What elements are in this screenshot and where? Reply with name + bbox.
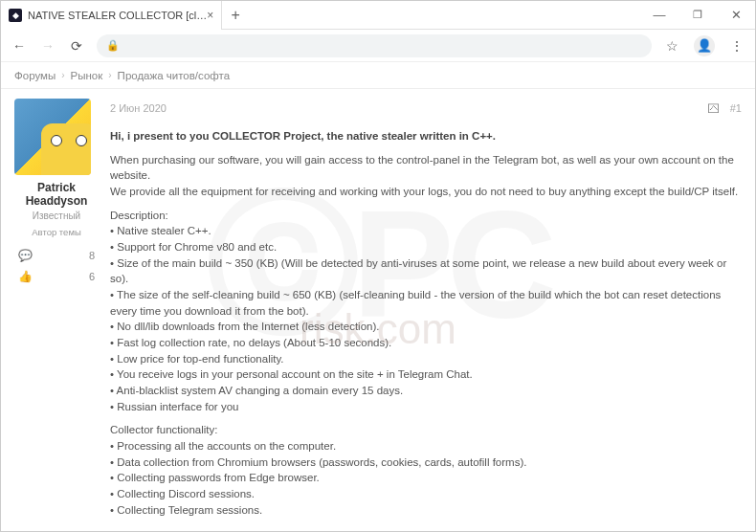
list-item: • Anti-blacklist system AV changing a do… (110, 383, 742, 399)
share-icon[interactable]: ⮹ (707, 99, 721, 119)
list-item: • You receive logs in your personal acco… (110, 366, 742, 383)
chevron-right-icon: › (61, 70, 64, 80)
stat-value: 8 (89, 250, 95, 261)
chat-icon: 💬 (18, 249, 33, 262)
back-icon[interactable]: ← (11, 38, 28, 54)
star-icon[interactable]: ☆ (663, 38, 680, 54)
content-area: Patrick Headdyson Известный Автор темы 💬… (1, 89, 755, 531)
restore-button[interactable]: ❐ (678, 1, 717, 29)
list-item: • Collecting Telegram sessions. (110, 502, 742, 519)
breadcrumb-market[interactable]: Рынок (71, 70, 103, 81)
list-item: • Size of the main build ~ 350 (KB) (Wil… (110, 255, 742, 287)
post-date: 2 Июн 2020 (110, 100, 167, 117)
post-text: We provide all the equipment for receivi… (110, 184, 742, 200)
address-bar[interactable]: 🔒 (97, 34, 652, 57)
list-item: • The size of the self-cleaning build ~ … (110, 287, 742, 319)
author-likes-stat: 👍 6 (14, 266, 99, 287)
list-item: • Data collection from Chromium browsers… (110, 454, 742, 471)
author-badge: Автор темы (14, 227, 99, 237)
list-item: • Collecting passwords from FileZilla (n… (110, 518, 742, 521)
list-item: • Russian interface for you (110, 399, 742, 415)
list-item: • Native stealer C++. (110, 223, 742, 239)
post-headline: Hi, i present to you COLLECTOR Project, … (110, 130, 496, 142)
post-text: When purchasing our software, you will g… (110, 152, 742, 184)
list-item: • Processing all the accounts on the com… (110, 438, 742, 454)
tab-close-icon[interactable]: × (207, 9, 213, 22)
author-rank: Известный (14, 211, 99, 221)
section-heading: Description: (110, 208, 742, 224)
close-button[interactable]: ✕ (717, 1, 755, 29)
tab-title: NATIVE STEALER COLLECTOR [cl… (28, 10, 207, 21)
browser-toolbar: ← → ⟳ 🔒 ☆ 👤 ⋮ (1, 30, 755, 62)
author-posts-stat: 💬 8 (14, 245, 99, 266)
author-name[interactable]: Patrick Headdyson (14, 181, 99, 209)
minimize-button[interactable]: — (640, 1, 678, 29)
list-item: • Support for Chrome v80 and etc. (110, 239, 742, 255)
tab-favicon: ◆ (9, 9, 22, 22)
list-item: • Collecting passwords from Edge browser… (110, 470, 742, 486)
browser-tab[interactable]: ◆ NATIVE STEALER COLLECTOR [cl… × (1, 1, 222, 30)
window-controls: — ❐ ✕ (640, 1, 755, 29)
forward-icon[interactable]: → (39, 38, 56, 54)
author-card: Patrick Headdyson Известный Автор темы 💬… (14, 99, 99, 521)
chevron-right-icon: › (108, 70, 111, 80)
post-number[interactable]: #1 (730, 100, 742, 117)
post-body: 2 Июн 2020 ⮹ #1 Hi, i present to you COL… (110, 99, 742, 521)
new-tab-button[interactable]: + (222, 1, 249, 29)
list-item: • No dll/lib downloads from the Internet… (110, 319, 742, 335)
stat-value: 6 (89, 271, 95, 282)
list-item: • Low price for top-end functionality. (110, 351, 742, 367)
section-heading: Collector functionality: (110, 422, 742, 438)
menu-icon[interactable]: ⋮ (728, 38, 745, 54)
reload-icon[interactable]: ⟳ (68, 38, 85, 54)
profile-avatar-icon[interactable]: 👤 (694, 35, 715, 56)
list-item: • Fast log collection rate, no delays (A… (110, 335, 742, 351)
breadcrumb: Форумы › Рынок › Продажа читов/софта (1, 62, 755, 89)
lock-icon: 🔒 (106, 39, 120, 52)
author-avatar[interactable] (14, 99, 91, 175)
breadcrumb-forums[interactable]: Форумы (14, 70, 56, 81)
titlebar: ◆ NATIVE STEALER COLLECTOR [cl… × + — ❐ … (1, 1, 755, 30)
breadcrumb-category[interactable]: Продажа читов/софта (118, 70, 230, 81)
list-item: • Collecting Discord sessions. (110, 486, 742, 502)
thumbs-up-icon: 👍 (18, 270, 33, 283)
